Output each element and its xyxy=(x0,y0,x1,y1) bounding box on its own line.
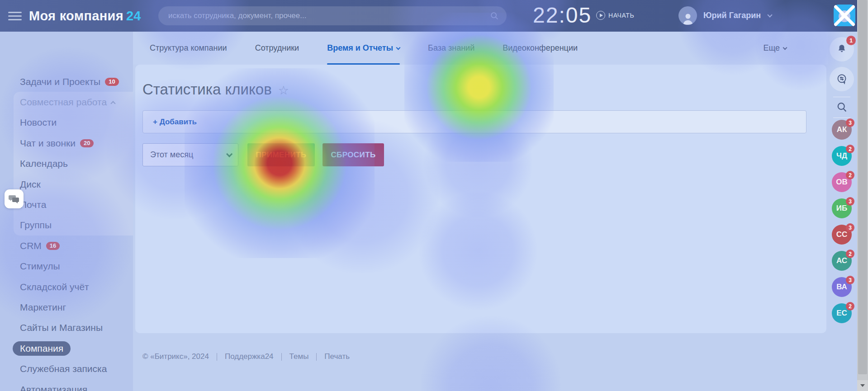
add-filter-button[interactable]: + Добавить xyxy=(153,118,197,127)
sidebar-item-company[interactable]: Компания xyxy=(0,338,133,358)
sidebar-item-tasks[interactable]: Задачи и Проекты 10 xyxy=(0,71,133,92)
footer-link-support[interactable]: Поддержка24 xyxy=(225,352,274,361)
apply-button[interactable]: ПРИМЕНИТЬ xyxy=(247,143,315,166)
person-icon xyxy=(681,12,695,25)
chevron-down-icon xyxy=(767,12,772,17)
sidebar-item-automation[interactable]: Автоматизация xyxy=(0,379,133,391)
message-count-badge: 2 xyxy=(846,302,854,311)
colleague-avatar[interactable]: ЕС 2 xyxy=(832,303,852,323)
tab-company-structure[interactable]: Структура компании xyxy=(150,32,227,65)
logo-text: Моя компания xyxy=(29,9,123,23)
colleague-avatar[interactable]: СС 3 xyxy=(832,225,852,245)
activity-stream-button[interactable] xyxy=(830,67,854,91)
notification-badge: 1 xyxy=(846,36,856,45)
chevron-down-icon xyxy=(783,46,787,50)
bell-icon xyxy=(836,43,848,55)
message-count-badge: 3 xyxy=(846,118,854,127)
bubble-arrows-icon xyxy=(835,73,848,85)
sidebar-item-news[interactable]: Новости xyxy=(0,113,133,133)
footer-link-print[interactable]: Печать xyxy=(324,352,350,361)
left-sidebar: Задачи и Проекты 10 Совместная работа Но… xyxy=(0,32,133,391)
user-menu[interactable]: Юрий Гагарин xyxy=(678,6,772,25)
tab-employees[interactable]: Сотрудники xyxy=(255,32,299,65)
chevron-down-icon xyxy=(226,151,232,157)
right-rail: 1 АК 3 ЧД 2 ОВ 2 ИБ 3 СС 3 АС 2 xyxy=(826,32,857,391)
colleague-avatar[interactable]: АК 3 xyxy=(832,120,852,140)
sidebar-item-memo[interactable]: Служебная записка xyxy=(0,358,133,379)
chat-bubbles-icon xyxy=(8,193,20,204)
top-menu-tabs: Структура компании Сотрудники Время и От… xyxy=(133,32,828,65)
user-avatar xyxy=(678,6,697,25)
message-count-badge: 3 xyxy=(846,223,854,232)
tab-time-reports[interactable]: Время и Отчеты xyxy=(327,32,400,65)
rail-search-button[interactable] xyxy=(835,100,849,114)
active-tab-underline xyxy=(327,63,400,65)
colleague-avatar[interactable]: ЧД 2 xyxy=(832,146,852,166)
colleague-avatar[interactable]: ОВ 2 xyxy=(832,172,852,192)
search-icon xyxy=(489,11,499,21)
start-workday-button[interactable]: НАЧАТЬ xyxy=(596,11,634,20)
helpdesk-close-button[interactable] xyxy=(834,5,855,26)
divider xyxy=(833,97,850,97)
content-card: Статистика кликов ☆ + Добавить Этот меся… xyxy=(135,65,826,333)
message-count-badge: 2 xyxy=(846,145,854,153)
vertical-scrollbar[interactable] xyxy=(857,0,868,391)
arrow-down-icon xyxy=(860,384,865,387)
divider xyxy=(833,118,850,118)
chevron-down-icon xyxy=(396,46,401,50)
sidebar-item-marketing[interactable]: Маркетинг xyxy=(0,297,133,317)
sidebar-item-inventory[interactable]: Складской учёт xyxy=(0,277,133,297)
sidebar-item-sites[interactable]: Сайты и Магазины xyxy=(0,318,133,338)
sidebar-item-crm[interactable]: CRM 16 xyxy=(0,236,133,256)
sidebar-item-groups[interactable]: Группы xyxy=(0,215,133,236)
period-value: Этот месяц xyxy=(150,150,193,160)
play-icon xyxy=(596,11,605,20)
colleague-avatar[interactable]: ИБ 3 xyxy=(832,198,852,218)
filter-add-bar: + Добавить xyxy=(142,110,806,133)
start-label: НАЧАТЬ xyxy=(608,12,634,19)
work-timer-clock[interactable]: 22:05 xyxy=(533,3,592,28)
sidebar-item-chat[interactable]: Чат и звонки 20 xyxy=(0,133,133,153)
user-name: Юрий Гагарин xyxy=(703,11,761,20)
floating-chat-button[interactable] xyxy=(5,189,24,208)
sidebar-item-calendar[interactable]: Календарь xyxy=(0,154,133,174)
chevron-up-icon xyxy=(110,101,115,106)
tab-more[interactable]: Еще xyxy=(763,32,787,65)
counter-badge: 10 xyxy=(105,78,119,86)
global-search xyxy=(158,6,507,25)
colleague-avatar[interactable]: ВА 3 xyxy=(832,277,852,297)
hamburger-menu-icon[interactable] xyxy=(8,9,22,23)
main-area: Структура компании Сотрудники Время и От… xyxy=(133,32,828,391)
message-count-badge: 3 xyxy=(846,197,854,206)
counter-badge: 20 xyxy=(80,139,94,147)
sidebar-group-collaboration[interactable]: Совместная работа xyxy=(0,92,133,112)
top-bar: Моя компания24 22:05 НАЧАТЬ Юрий Гагарин xyxy=(0,0,857,32)
copyright-text: © «Битрикс», 2024 xyxy=(142,352,209,361)
search-icon xyxy=(835,100,849,114)
scrollbar-thumb[interactable] xyxy=(858,0,867,374)
page-footer: © «Битрикс», 2024 Поддержка24 Темы Печат… xyxy=(142,352,828,361)
logo-24: 24 xyxy=(126,9,141,23)
selected-item-pill: Компания xyxy=(13,341,71,356)
message-count-badge: 2 xyxy=(846,250,854,258)
tab-knowledge-base[interactable]: База знаний xyxy=(428,32,474,65)
page-title: Статистика кликов xyxy=(142,81,272,98)
message-count-badge: 2 xyxy=(846,171,854,179)
colleague-avatar[interactable]: АС 2 xyxy=(832,251,852,271)
favorite-star-icon[interactable]: ☆ xyxy=(278,85,289,97)
reset-button[interactable]: СБРОСИТЬ xyxy=(323,143,384,166)
app-logo[interactable]: Моя компания24 xyxy=(29,9,141,24)
sidebar-item-incentives[interactable]: Стимулы xyxy=(0,256,133,277)
counter-badge: 16 xyxy=(46,242,60,250)
tab-video-conferences[interactable]: Видеоконференции xyxy=(503,32,578,65)
search-input[interactable] xyxy=(158,11,507,20)
notifications-button[interactable]: 1 xyxy=(830,37,854,61)
period-select[interactable]: Этот месяц xyxy=(142,143,238,166)
scrollbar-down-button[interactable] xyxy=(857,380,868,391)
message-count-badge: 3 xyxy=(846,276,854,284)
footer-link-themes[interactable]: Темы xyxy=(289,352,309,361)
